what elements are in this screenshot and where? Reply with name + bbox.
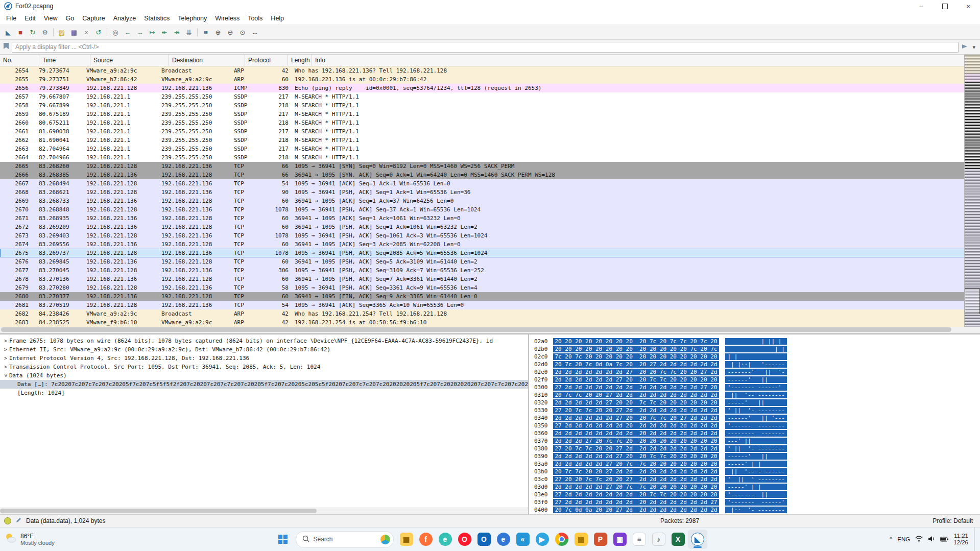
packet-row[interactable]: 265779.667807192.168.221.1239.255.255.25… [0,92,980,101]
packet-row[interactable]: 268183.270519192.168.221.128192.168.221.… [0,301,980,309]
packet-row[interactable]: 266583.268260192.168.221.128192.168.221.… [0,162,980,171]
menu-item-capture[interactable]: Capture [78,13,109,23]
edge-beta-icon[interactable]: e [494,530,513,549]
packet-row[interactable]: 267283.269209192.168.221.136192.168.221.… [0,223,980,231]
packet-row[interactable]: 267483.269556192.168.221.136192.168.221.… [0,240,980,249]
packet-row[interactable]: 266281.690041192.168.221.1239.255.255.25… [0,136,980,145]
hex-row[interactable]: 03202d 2d 2d 2d 2d 27 20 20 7c 7c 20 20 … [534,399,980,406]
volume-icon[interactable] [928,535,935,544]
column-header-time[interactable]: Time [39,55,90,66]
column-header-info[interactable]: Info [312,55,980,66]
telegram-icon[interactable]: ▶ [533,530,552,549]
filter-apply-icon[interactable] [961,42,968,52]
hex-row[interactable]: 02c07c 20 7c 20 20 20 20 20 20 20 20 20 … [534,353,980,361]
zoom-reset-icon[interactable]: ⊙ [237,27,248,38]
edge-icon[interactable]: e [436,530,455,549]
go-forward-icon[interactable]: → [134,27,146,38]
chrome-icon[interactable] [552,530,571,549]
expand-icon[interactable]: > [2,354,9,363]
stop-capture-icon[interactable]: ■ [15,27,26,38]
hex-row[interactable]: 035027 2d 2d 2d 2d 2d 2d 20 2d 2d 2d 2d … [534,422,980,429]
hex-row[interactable]: 03b020 7c 7c 20 20 27 2d 2d 2d 20 2d 2d … [534,468,980,475]
hex-row[interactable]: 03a02d 2d 2d 2d 2d 27 20 7c 7c 20 20 20 … [534,460,980,468]
maximize-button[interactable] [933,0,957,12]
column-header-destination[interactable]: Destination [169,55,245,66]
expand-icon[interactable]: > [2,363,9,371]
media-player-icon[interactable]: ♪ [649,530,668,549]
packet-row[interactable]: 267383.269403192.168.221.128192.168.221.… [0,231,980,240]
packet-row[interactable]: 266482.704966192.168.221.1239.255.255.25… [0,153,980,162]
detail-row[interactable]: Data […]: 7c20207c207c7c207c20205f7c207c… [0,380,528,389]
packet-row[interactable]: 266983.268733192.168.221.136192.168.221.… [0,197,980,205]
packet-row[interactable]: 267783.270045192.168.221.128192.168.221.… [0,266,980,275]
close-button[interactable]: × [957,0,980,12]
folder-icon[interactable]: ▤ [571,530,591,549]
excel-icon[interactable]: X [668,530,688,549]
detail-row[interactable]: >Data (1024 bytes) [0,371,528,380]
menu-item-edit[interactable]: Edit [20,13,40,23]
packet-row[interactable]: 266883.268621192.168.221.128192.168.221.… [0,188,980,197]
start-capture-icon[interactable]: ◣ [3,27,14,38]
go-last-icon[interactable]: ↠ [171,27,182,38]
start-button[interactable] [273,530,293,549]
menu-item-file[interactable]: File [2,13,20,23]
notepad-icon[interactable]: ≡ [630,530,649,549]
hex-row[interactable]: 03d02d 2d 2d 2d 2d 27 20 7c 7c 20 20 20 … [534,483,980,491]
hex-row[interactable]: 02d020 7c 20 7c 0d 0a 7c 20 20 27 2d 2d … [534,361,980,368]
wireshark-icon[interactable]: ◣ [688,530,707,549]
expand-icon[interactable]: > [2,345,9,354]
menu-item-wireless[interactable]: Wireless [211,13,244,23]
scrollbar-view-indicator[interactable] [965,289,980,314]
scrollbar-thumb[interactable] [1,327,951,332]
packet-row[interactable]: 267883.270136192.168.221.136192.168.221.… [0,275,980,283]
capture-comment-icon[interactable] [15,517,22,525]
expand-icon[interactable]: > [2,337,9,345]
detail-row[interactable]: >Frame 2675: 1078 bytes on wire (8624 bi… [0,337,528,345]
hex-row[interactable]: 040020 7c 0d 0a 20 20 27 2d 2d 2d 2d 2d … [534,506,980,514]
menu-item-telephony[interactable]: Telephony [174,13,211,23]
detail-row[interactable]: >Internet Protocol Version 4, Src: 192.1… [0,354,528,363]
details-horizontal-scrollbar[interactable] [0,508,528,514]
filter-bookmark-icon[interactable] [3,42,9,52]
hex-row[interactable]: 02b020 20 20 20 20 20 20 20 20 20 20 20 … [534,345,980,353]
wifi-icon[interactable] [915,535,923,544]
vscode-icon[interactable]: « [513,530,533,549]
battery-icon[interactable] [940,535,948,544]
hex-row[interactable]: 03c027 20 20 7c 7c 20 20 27 2d 2d 2d 2d … [534,475,980,483]
resize-columns-icon[interactable]: ↔ [249,27,260,38]
menu-item-view[interactable]: View [40,13,62,23]
scrollbar-thumb[interactable] [0,509,317,513]
restart-capture-icon[interactable]: ↻ [27,27,38,38]
auto-scroll-icon[interactable]: ⇊ [183,27,195,38]
packet-row[interactable]: 266683.268385192.168.221.136192.168.221.… [0,171,980,179]
firefox-icon[interactable]: f [416,530,436,549]
zoom-in-icon[interactable]: ⊕ [212,27,224,38]
menu-item-help[interactable]: Help [267,13,288,23]
packet-row[interactable]: 265479.273674VMware_a9:a2:9cBroadcastARP… [0,66,980,75]
menu-item-go[interactable]: Go [62,13,79,23]
hex-row[interactable]: 02a020 20 20 20 20 20 20 20 20 7c 20 7c … [534,338,980,345]
packet-row[interactable]: 265879.667899192.168.221.1239.255.255.25… [0,101,980,110]
detail-row[interactable]: >Ethernet II, Src: VMware_a9:a2:9c (00:0… [0,345,528,354]
hex-row[interactable]: 02f02d 2d 2d 2d 2d 2d 27 20 20 7c 7c 20 … [534,376,980,384]
show-desktop-button[interactable] [974,528,977,551]
packet-row[interactable]: 267983.270280192.168.221.128192.168.221.… [0,283,980,292]
hex-row[interactable]: 03f027 2d 2d 2d 2d 2d 2d 2d 20 2d 2d 2d … [534,498,980,506]
minimize-button[interactable]: – [910,0,933,12]
expand-icon[interactable]: > [2,372,10,379]
column-header-no[interactable]: No. [0,55,39,66]
find-packet-icon[interactable]: ◎ [110,27,121,38]
hex-row[interactable]: 02e02d 2d 2d 2d 2d 2d 2d 27 20 20 7c 7c … [534,368,980,376]
hex-row[interactable]: 030027 2d 2d 2d 2d 2d 2d 2d 2d 2d 2d 2d … [534,384,980,391]
detail-row[interactable]: [Length: 1024] [0,389,528,397]
go-first-icon[interactable]: ↞ [159,27,170,38]
packet-row[interactable]: 265679.273849192.168.221.128192.168.221.… [0,84,980,92]
tray-chevron-icon[interactable]: ^ [890,536,893,543]
outlook-icon[interactable]: O [474,530,494,549]
hex-row[interactable]: 038027 20 7c 7c 20 20 27 2d 2d 2d 2d 2d … [534,445,980,452]
detail-row[interactable]: >Transmission Control Protocol, Src Port… [0,363,528,371]
go-back-icon[interactable]: ← [122,27,133,38]
packet-row[interactable]: 268384.238525VMware_f9:b6:10VMware_a9:a2… [0,318,980,327]
file-explorer-icon[interactable]: ▤ [397,530,416,549]
colorize-icon[interactable]: ≡ [200,27,211,38]
